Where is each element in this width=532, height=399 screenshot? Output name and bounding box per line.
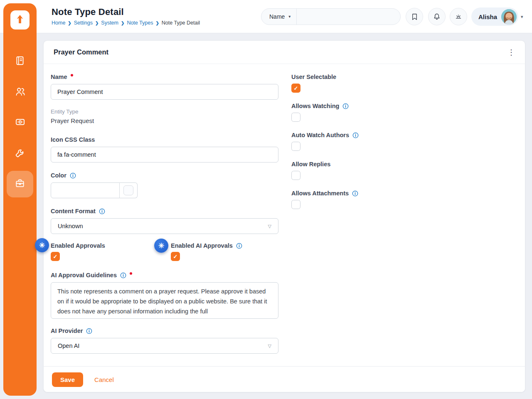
info-icon[interactable] xyxy=(70,172,76,179)
annotation-asterisk-badge: ✳ xyxy=(35,238,49,252)
people-icon xyxy=(15,86,26,99)
bookmark-icon xyxy=(411,13,419,21)
chevron-right-icon: ❯ xyxy=(121,21,124,25)
allow-replies-checkbox[interactable]: ✓ xyxy=(291,171,300,180)
chevron-right-icon: ❯ xyxy=(68,21,71,25)
enabled-approvals-checkbox[interactable]: ✓ xyxy=(51,252,60,261)
entity-type-value: Prayer Request xyxy=(51,117,278,124)
ai-provider-label: AI Provider xyxy=(51,327,278,335)
save-button[interactable]: Save xyxy=(52,372,83,387)
search-input[interactable] xyxy=(297,9,400,25)
ai-provider-select[interactable]: Open AI ▽ xyxy=(51,338,278,354)
content-format-select[interactable]: Unknown ▽ xyxy=(51,218,278,234)
user-selectable-label: User Selectable xyxy=(291,73,449,81)
info-icon[interactable] xyxy=(99,208,105,214)
form-right-column: User Selectable ✓ Allows Watching ✓ Auto… xyxy=(291,73,449,218)
bell-icon xyxy=(433,12,441,21)
name-label: Name xyxy=(51,73,278,81)
breadcrumb: Home ❯ Settings ❯ System ❯ Note Types ❯ … xyxy=(52,20,200,26)
color-swatch-button[interactable] xyxy=(119,182,138,198)
chevron-right-icon: ❯ xyxy=(95,21,99,25)
rock-logo-icon xyxy=(14,13,26,27)
chevron-down-icon: ▽ xyxy=(268,343,271,349)
info-icon[interactable] xyxy=(352,190,358,197)
color-swatch-icon xyxy=(123,185,133,195)
theme-toggle-button[interactable] xyxy=(450,8,467,25)
annotation-asterisk-badge: ✳ xyxy=(154,239,168,253)
cash-icon xyxy=(15,116,26,129)
sidebar-item-tools[interactable] xyxy=(7,140,33,167)
sidebar xyxy=(3,3,37,396)
allows-watching-field: Allows Watching ✓ xyxy=(291,102,449,122)
allows-attachments-label: Allows Attachments xyxy=(291,189,449,197)
info-icon[interactable] xyxy=(86,328,92,334)
sidebar-item-journal[interactable] xyxy=(7,48,33,75)
enabled-ai-approvals-label: Enabled AI Approvals xyxy=(171,241,242,250)
cancel-button[interactable]: Cancel xyxy=(94,376,114,383)
title-block: Note Type Detail Home ❯ Settings ❯ Syste… xyxy=(52,7,200,26)
enabled-approvals-field: Enabled Approvals ✓ xyxy=(51,241,105,261)
icon-css-class-input[interactable] xyxy=(51,147,278,163)
allows-watching-checkbox[interactable]: ✓ xyxy=(291,113,300,122)
journal-icon xyxy=(15,55,25,68)
user-selectable-field: User Selectable ✓ xyxy=(291,73,449,93)
page-title: Note Type Detail xyxy=(52,7,200,17)
allow-replies-label: Allow Replies xyxy=(291,160,449,168)
breadcrumb-link-home[interactable]: Home xyxy=(52,20,65,26)
breadcrumb-link-settings[interactable]: Settings xyxy=(74,20,93,26)
sidebar-item-work[interactable] xyxy=(7,171,33,197)
enabled-approvals-label: Enabled Approvals xyxy=(51,241,105,250)
required-dot-icon xyxy=(130,272,132,275)
profile-menu[interactable]: Alisha xyxy=(471,7,518,26)
breadcrumb-link-system[interactable]: System xyxy=(101,20,118,26)
wrench-icon xyxy=(15,147,26,160)
ai-approval-guidelines-label: AI Approval Guidelines xyxy=(51,271,278,279)
color-input[interactable] xyxy=(51,182,120,198)
sidebar-item-people[interactable] xyxy=(7,79,33,106)
info-icon[interactable] xyxy=(236,243,242,249)
panel-footer: Save Cancel xyxy=(44,366,525,392)
name-input[interactable] xyxy=(51,84,278,100)
info-icon[interactable] xyxy=(120,272,126,278)
panel-header: Prayer Comment ⋮ xyxy=(44,41,525,64)
kebab-menu-icon[interactable]: ⋮ xyxy=(506,48,517,57)
sidebar-item-finance[interactable] xyxy=(7,109,33,136)
info-icon[interactable] xyxy=(352,132,359,138)
form-left-column: Name Entity Type Prayer Request Icon CSS… xyxy=(51,73,278,361)
color-picker-group xyxy=(51,182,278,198)
chevron-down-icon[interactable]: ▾ xyxy=(521,14,523,20)
search-filter-dropdown[interactable]: Name ▾ xyxy=(261,9,296,25)
asterisk-icon: ✳ xyxy=(39,241,45,250)
allow-replies-field: Allow Replies ✓ xyxy=(291,160,449,180)
breadcrumb-current: Note Type Detail xyxy=(162,20,200,26)
auto-watch-authors-checkbox[interactable]: ✓ xyxy=(291,142,300,151)
notifications-button[interactable] xyxy=(428,8,446,25)
check-icon: ✓ xyxy=(173,254,178,259)
briefcase-icon xyxy=(15,178,25,190)
user-selectable-checkbox[interactable]: ✓ xyxy=(291,84,300,93)
global-search: Name ▾ xyxy=(261,8,401,25)
app-logo[interactable] xyxy=(10,10,30,30)
info-icon[interactable] xyxy=(342,103,349,109)
allows-attachments-field: Allows Attachments ✓ xyxy=(291,189,449,209)
ai-provider-value: Open AI xyxy=(58,342,79,349)
chevron-down-icon: ▽ xyxy=(268,224,271,229)
chevron-down-icon: ▾ xyxy=(288,15,291,19)
top-header: Note Type Detail Home ❯ Settings ❯ Syste… xyxy=(0,0,532,33)
allows-attachments-checkbox[interactable]: ✓ xyxy=(291,200,300,209)
auto-watch-authors-field: Auto Watch Authors ✓ xyxy=(291,131,449,151)
required-dot-icon xyxy=(71,74,73,76)
content-format-label: Content Format xyxy=(51,207,278,215)
enabled-ai-approvals-checkbox[interactable]: ✓ xyxy=(171,252,180,261)
ai-approval-guidelines-textarea[interactable]: This note represents a comment on a pray… xyxy=(51,282,278,319)
profile-name: Alisha xyxy=(478,13,497,20)
avatar xyxy=(501,9,517,25)
breadcrumb-link-note-types[interactable]: Note Types xyxy=(127,20,153,26)
check-icon: ✓ xyxy=(53,254,58,259)
auto-watch-authors-label: Auto Watch Authors xyxy=(291,131,449,139)
enabled-ai-approvals-field: Enabled AI Approvals ✓ xyxy=(171,241,242,261)
bookmarks-button[interactable] xyxy=(406,8,423,25)
sun-horizon-icon xyxy=(454,12,463,21)
allows-watching-label: Allows Watching xyxy=(291,102,449,110)
check-icon: ✓ xyxy=(294,86,298,91)
